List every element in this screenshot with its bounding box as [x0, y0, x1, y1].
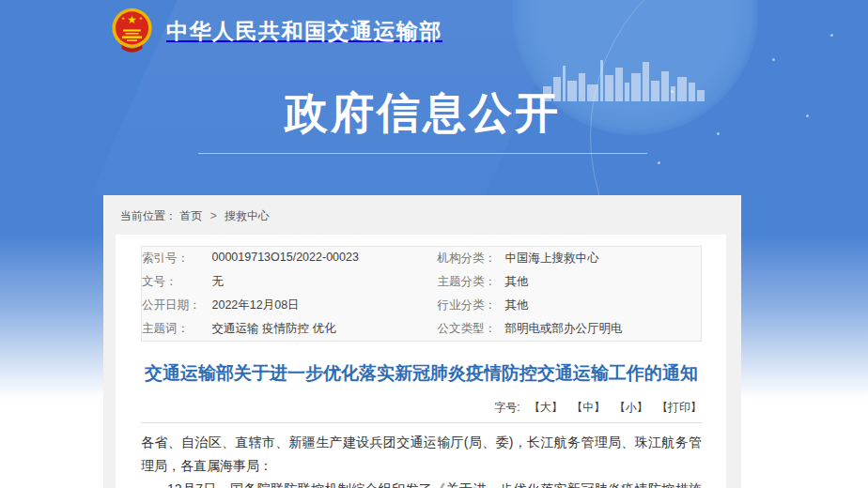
banner: ★ ★ ★ 中华人民共和国交通运输部 政府信息公开: [0, 0, 868, 195]
meta-label-doc-no: 文号：: [142, 270, 212, 294]
article-container: 索引号： 000019713O15/2022-00023 机构分类： 中国海上搜…: [116, 235, 726, 488]
page-title: 政府信息公开: [103, 84, 742, 143]
meta-value-keywords: 交通运输 疫情防控 优化: [212, 317, 438, 342]
meta-value-org-category: 中国海上搜救中心: [505, 247, 702, 271]
meta-label-industry-category: 行业分类：: [438, 294, 505, 317]
document-title: 交通运输部关于进一步优化落实新冠肺炎疫情防控交通运输工作的通知: [141, 361, 702, 386]
site-brand-link[interactable]: ★ ★ ★ 中华人民共和国交通运输部: [110, 8, 442, 54]
meta-value-doc-type: 部明电或部办公厅明电: [505, 317, 702, 342]
content-panel: 当前位置： 首页 > 搜救中心 索引号： 000019713O15/2022-0…: [103, 195, 741, 488]
metadata-table: 索引号： 000019713O15/2022-00023 机构分类： 中国海上搜…: [141, 246, 702, 342]
decor-dot: [772, 58, 775, 61]
meta-label-index-no: 索引号：: [142, 247, 212, 271]
font-size-label: 字号:: [494, 401, 519, 414]
svg-text:★: ★: [127, 13, 137, 25]
decor-dot: [806, 114, 809, 117]
breadcrumb-separator: >: [210, 209, 217, 222]
meta-value-industry-category: 其他: [505, 294, 702, 317]
meta-label-org-category: 机构分类：: [438, 247, 505, 271]
meta-label-keywords: 主题词：: [142, 317, 212, 342]
table-row: 主题词： 交通运输 疫情防控 优化 公文类型： 部明电或部办公厅明电: [142, 317, 702, 342]
meta-label-topic-category: 主题分类：: [438, 270, 505, 294]
breadcrumb-current-link[interactable]: 搜救中心: [225, 209, 270, 222]
site-title: 中华人民共和国交通运输部: [166, 17, 442, 46]
meta-label-doc-type: 公文类型：: [438, 317, 505, 342]
font-size-small-button[interactable]: 【小】: [614, 401, 648, 414]
table-row: 索引号： 000019713O15/2022-00023 机构分类： 中国海上搜…: [142, 247, 702, 271]
font-size-controls: 字号: 【大】 【中】 【小】 【打印】: [141, 400, 702, 416]
meta-label-publish-date: 公开日期：: [142, 294, 212, 317]
table-row: 文号： 无 主题分类： 其他: [142, 270, 702, 294]
table-row: 公开日期： 2022年12月08日 行业分类： 其他: [142, 294, 702, 317]
print-button[interactable]: 【打印】: [657, 401, 702, 414]
article-body: 各省、自治区、直辖市、新疆生产建设兵团交通运输厅(局、委)，长江航务管理局、珠江…: [141, 431, 702, 488]
meta-value-publish-date: 2022年12月08日: [212, 294, 438, 317]
breadcrumb-label: 当前位置：: [120, 209, 177, 222]
font-size-medium-button[interactable]: 【中】: [571, 401, 605, 414]
meta-value-doc-no: 无: [212, 270, 438, 294]
title-body-divider: [141, 422, 702, 423]
decor-dot: [658, 161, 660, 164]
breadcrumb: 当前位置： 首页 > 搜救中心: [103, 195, 741, 235]
national-emblem-icon: ★ ★ ★: [110, 8, 154, 54]
meta-value-topic-category: 其他: [505, 270, 702, 294]
title-underline: [198, 153, 647, 154]
article-paragraph: 12月7日，国务院联防联控机制综合组印发了《关于进一步优化落实新冠肺炎疫情防控措…: [141, 478, 702, 488]
meta-value-index-no: 000019713O15/2022-00023: [212, 247, 438, 271]
banner-heading: 政府信息公开: [103, 84, 742, 154]
svg-text:★: ★: [121, 16, 125, 21]
font-size-large-button[interactable]: 【大】: [529, 401, 563, 414]
article-paragraph: 各省、自治区、直辖市、新疆生产建设兵团交通运输厅(局、委)，长江航务管理局、珠江…: [141, 431, 702, 478]
svg-text:★: ★: [139, 16, 143, 21]
breadcrumb-home-link[interactable]: 首页: [179, 209, 202, 222]
decor-dot: [830, 34, 833, 37]
